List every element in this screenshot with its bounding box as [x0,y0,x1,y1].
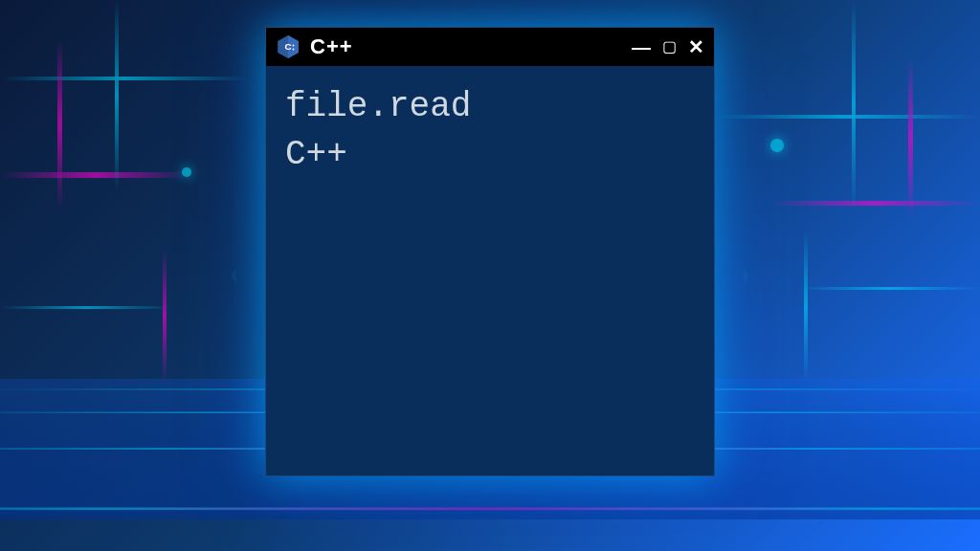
minimize-button[interactable]: — [632,37,651,56]
close-button[interactable]: ✕ [688,37,704,56]
code-line: file.read [285,83,695,131]
svg-text:C: C [284,41,291,52]
maximize-button[interactable]: ▢ [662,39,677,55]
app-window: C + + C++ — ▢ ✕ file.read C++ [265,27,715,476]
titlebar[interactable]: C + + C++ — ▢ ✕ [266,28,714,66]
cpp-logo-icon: C + + [276,34,301,59]
svg-text:+: + [292,47,295,52]
window-controls: — ▢ ✕ [632,37,704,56]
code-line: C++ [285,131,695,179]
editor-content: file.read C++ [266,66,714,197]
window-title: C++ [310,34,622,59]
